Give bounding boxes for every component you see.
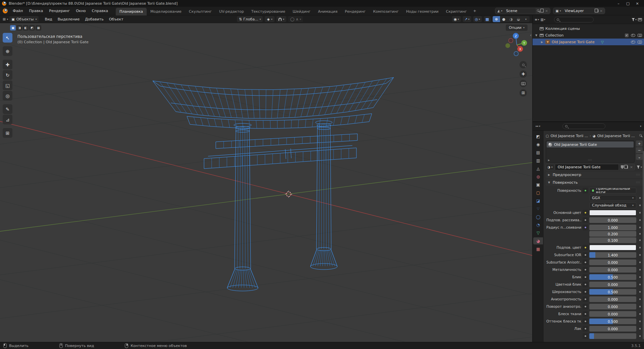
keyframe-dot[interactable] <box>637 269 643 271</box>
select-mode-new[interactable]: ▣ <box>10 25 16 31</box>
outliner-row-scene-collection[interactable]: Коллекция сцены <box>533 25 644 32</box>
3d-viewport[interactable]: ⊞ ▾ ▣ Объекты ▾ ВидВыделениеДобавитьОбъе… <box>0 15 533 342</box>
color-swatch[interactable] <box>589 245 636 250</box>
keyframe-dot[interactable] <box>637 190 643 191</box>
keyframe-dot[interactable] <box>637 306 643 307</box>
properties-tab-world[interactable]: ◍ <box>533 173 543 180</box>
workspace-tab[interactable]: UV-редактор <box>215 8 248 15</box>
editor-type-icon[interactable]: ⊞ <box>3 17 6 21</box>
slot-specials-dropdown[interactable]: ⌄ <box>636 154 643 160</box>
overlays-dropdown[interactable]: ◎▾ <box>473 16 482 22</box>
keyframe-dot[interactable] <box>637 321 643 322</box>
menu-файл[interactable]: Файл <box>10 8 26 14</box>
keyframe-dot[interactable] <box>637 328 643 330</box>
slider-field[interactable]: 0.500 <box>589 318 636 324</box>
slider-field[interactable]: 0.000 <box>589 267 636 273</box>
viewport-menu-добавить[interactable]: Добавить <box>82 16 106 22</box>
tool-options-dropdown[interactable]: Опции ▾ <box>506 24 528 31</box>
new-collection-button[interactable] <box>638 18 642 21</box>
node-socket-icon[interactable] <box>583 210 588 216</box>
workspace-tab[interactable]: Ноды геометрии <box>402 8 442 15</box>
snap-toggle[interactable]: ▾ <box>277 16 286 22</box>
unlink-icon[interactable]: × <box>629 165 634 169</box>
keyframe-dot[interactable] <box>637 254 643 256</box>
slider-field[interactable]: 0.000 <box>589 304 636 309</box>
dropdown-field[interactable]: GGX▾ <box>589 195 636 201</box>
copy-icon[interactable] <box>541 9 544 12</box>
workspace-tab[interactable]: Композитинг <box>369 8 402 15</box>
select-mode-invert[interactable]: ◩ <box>29 25 35 31</box>
shading-rendered-button[interactable]: ◒ <box>515 16 522 22</box>
browse-material-dropdown[interactable]: ◑▾ <box>546 164 554 170</box>
properties-tab-modifiers[interactable]: ◪ <box>533 197 543 204</box>
node-socket-icon[interactable] <box>583 296 588 302</box>
node-socket-icon[interactable] <box>583 252 588 258</box>
keyframe-dot[interactable] <box>637 276 643 278</box>
show-object-types-dropdown[interactable]: ◉▾ <box>452 16 461 22</box>
minimize-button[interactable]: – <box>614 0 623 6</box>
menu-правка[interactable]: Правка <box>26 8 46 14</box>
menu-рендеринг[interactable]: Рендеринг <box>46 8 73 14</box>
node-socket-icon[interactable] <box>583 311 588 317</box>
maximize-button[interactable]: ▢ <box>623 0 633 6</box>
properties-tab-render[interactable]: ◉ <box>533 141 543 148</box>
add-workspace-button[interactable]: + <box>470 7 479 15</box>
properties-tab-collection[interactable]: ▣ <box>533 181 543 188</box>
workspace-tab[interactable]: Скриптинг <box>442 8 470 15</box>
zoom-button[interactable] <box>519 61 527 68</box>
outliner-row-object[interactable]: ▶ ▼ Old Japanese Torii Gate ▽ <box>533 39 644 45</box>
menu-справка[interactable]: Справка <box>89 8 111 14</box>
node-socket-icon[interactable] <box>583 188 588 193</box>
gizmos-dropdown[interactable]: ↗▾ <box>463 16 471 22</box>
dropdown-field[interactable]: Случайный обход▾ <box>589 202 636 208</box>
transform-orientation-dropdown[interactable]: ⇅ Глоба... ▾ <box>237 16 263 22</box>
keyframe-dot[interactable] <box>637 205 643 206</box>
shading-wireframe-button[interactable]: ⊕ <box>493 16 500 22</box>
sidebar-collapse-arrow[interactable]: ‹ <box>530 33 532 38</box>
properties-tab-texture[interactable]: ▦ <box>533 245 543 252</box>
breadcrumb-object[interactable]: Old Japanese Torii ... <box>550 134 588 138</box>
keyframe-dot[interactable] <box>637 247 643 248</box>
mode-selector[interactable]: ▣ Объекты ▾ <box>9 16 39 22</box>
tool-scale[interactable]: ◱ <box>3 80 12 90</box>
shading-solid-button[interactable]: ● <box>500 16 507 22</box>
properties-tab-particles[interactable]: ∵ <box>533 205 543 212</box>
tool-add-cube[interactable]: ⊞ <box>3 128 12 138</box>
number-field[interactable]: 0.100 <box>589 237 636 243</box>
slider-field[interactable]: 0.500 <box>589 289 636 295</box>
node-socket-icon[interactable] <box>583 318 588 324</box>
tool-move[interactable]: ✚ <box>3 60 12 69</box>
properties-tab-material[interactable]: ◕ <box>533 237 543 244</box>
node-socket-icon[interactable] <box>583 274 588 280</box>
fake-user-shield-icon[interactable] <box>621 165 624 169</box>
workspace-tab[interactable]: Шейдинг <box>289 8 314 15</box>
properties-tab-object[interactable]: ▢ <box>533 189 543 196</box>
shader-field[interactable]: Принципиальный BSDF <box>589 188 636 193</box>
camera-visibility-icon[interactable] <box>638 41 642 44</box>
viewport-menu-вид[interactable]: Вид <box>42 16 55 22</box>
camera-visibility-icon[interactable] <box>638 34 642 37</box>
panel-surface[interactable]: ▼ Поверхность ∷∷ <box>546 179 643 186</box>
viewlayer-name[interactable]: ViewLayer <box>562 9 594 13</box>
properties-tab-physics[interactable]: ◯ <box>533 213 543 220</box>
keyframe-dot[interactable] <box>637 313 643 315</box>
proportional-edit-toggle[interactable]: ◯ ∧ ▾ <box>288 16 303 22</box>
keyframe-dot[interactable] <box>637 291 643 293</box>
grip-icon[interactable]: ∷∷ <box>588 159 592 162</box>
slider-field[interactable]: 1.400 <box>589 252 636 258</box>
options-dropdown[interactable]: ▾ <box>640 125 641 128</box>
slider-field[interactable]: 0.000 <box>589 282 636 287</box>
editor-type-dropdown[interactable]: ≔▾ <box>535 124 540 128</box>
pin-icon[interactable] <box>537 9 540 13</box>
blender-menu-icon[interactable] <box>3 8 8 13</box>
node-socket-icon[interactable] <box>583 217 588 223</box>
node-socket-icon[interactable] <box>583 304 588 309</box>
ortho-toggle-button[interactable]: ⊞ <box>519 89 527 97</box>
keyframe-dot[interactable] <box>637 233 643 235</box>
material-specials-dropdown[interactable]: ▾ <box>636 166 643 169</box>
eye-icon[interactable] <box>631 41 635 44</box>
scrollbar[interactable] <box>643 151 644 339</box>
keyframe-dot[interactable] <box>637 219 643 221</box>
scene-selector[interactable]: ◭▾ Scene × <box>495 8 550 14</box>
panel-preview[interactable]: ▶ Предпросмотр ∷∷ <box>546 172 643 178</box>
